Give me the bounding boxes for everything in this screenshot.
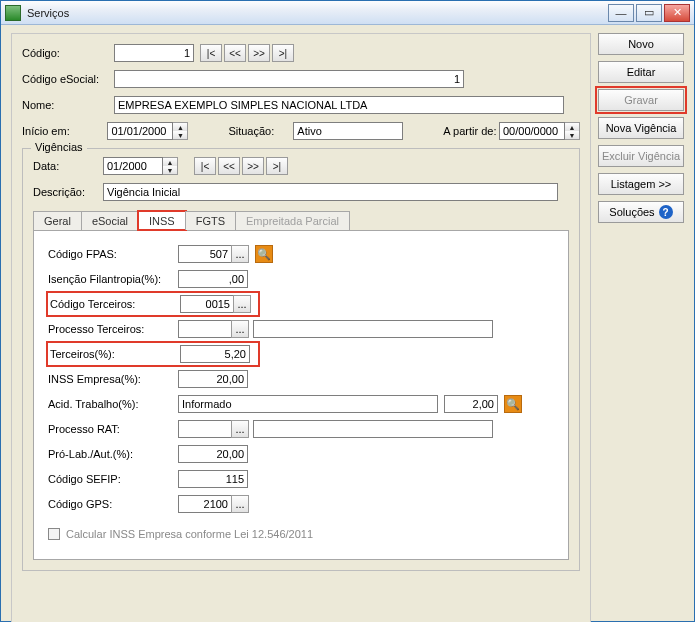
codigo-terceiros-lookup-button[interactable]: ... <box>233 295 251 313</box>
codigo-fpas-input[interactable] <box>178 245 232 263</box>
terceiros-pct-label: Terceiros(%): <box>50 348 180 360</box>
acid-trabalho-row: Acid. Trabalho(%): 🔍 <box>48 393 554 415</box>
spin-down-icon: ▼ <box>173 131 187 139</box>
prolab-label: Pró-Lab./Aut.(%): <box>48 448 178 460</box>
inss-empresa-label: INSS Empresa(%): <box>48 373 178 385</box>
processo-rat-row: Processo RAT: ... <box>48 418 554 440</box>
codigo-terceiros-input[interactable] <box>180 295 234 313</box>
prolab-input[interactable] <box>178 445 248 463</box>
processo-rat-lookup-button[interactable]: ... <box>231 420 249 438</box>
vigencia-data-label: Data: <box>33 160 103 172</box>
gps-input[interactable] <box>178 495 232 513</box>
spin-up-icon: ▲ <box>163 158 177 166</box>
processo-rat-label: Processo RAT: <box>48 423 178 435</box>
spin-down-icon: ▼ <box>163 166 177 174</box>
situacao-label: Situação: <box>228 125 293 137</box>
gravar-button[interactable]: Gravar <box>598 89 684 111</box>
inss-empresa-row: INSS Empresa(%): <box>48 368 554 390</box>
vigencia-data-input[interactable] <box>103 157 163 175</box>
nome-input[interactable] <box>114 96 564 114</box>
calc-inss-checkbox[interactable] <box>48 528 60 540</box>
processo-terceiros-desc-input[interactable] <box>253 320 493 338</box>
nav-last-button[interactable]: >| <box>266 157 288 175</box>
isencao-input[interactable] <box>178 270 248 288</box>
maximize-button[interactable]: ▭ <box>636 4 662 22</box>
vigencia-data-row: Data: ▲▼ |< << >> >| <box>33 155 569 177</box>
nav-first-button[interactable]: |< <box>194 157 216 175</box>
tab-fgts[interactable]: FGTS <box>185 211 236 230</box>
processo-terceiros-row: Processo Terceiros: ... <box>48 318 554 340</box>
sefip-row: Código SEFIP: <box>48 468 554 490</box>
window-title: Serviços <box>27 7 69 19</box>
spin-up-icon: ▲ <box>173 123 187 131</box>
processo-rat-desc-input[interactable] <box>253 420 493 438</box>
inicio-input[interactable] <box>107 122 173 140</box>
sefip-input[interactable] <box>178 470 248 488</box>
calc-inss-label: Calcular INSS Empresa conforme Lei 12.54… <box>66 528 313 540</box>
nav-first-button[interactable]: |< <box>200 44 222 62</box>
acid-trabalho-value-input[interactable] <box>444 395 498 413</box>
codigo-input[interactable] <box>114 44 194 62</box>
codigo-fpas-row: Código FPAS: ... 🔍 <box>48 243 554 265</box>
vigencia-descricao-row: Descrição: <box>33 181 569 203</box>
app-icon <box>5 5 21 21</box>
nome-row: Nome: <box>22 94 580 116</box>
nova-vigencia-button[interactable]: Nova Vigência <box>598 117 684 139</box>
help-icon: ? <box>659 205 673 219</box>
situacao-input[interactable] <box>293 122 403 140</box>
window-buttons: — ▭ ✕ <box>608 4 690 22</box>
processo-terceiros-lookup-button[interactable]: ... <box>231 320 249 338</box>
codigo-fpas-label: Código FPAS: <box>48 248 178 260</box>
novo-button[interactable]: Novo <box>598 33 684 55</box>
gps-row: Código GPS: ... <box>48 493 554 515</box>
inicio-spin[interactable]: ▲▼ <box>173 122 188 140</box>
spin-down-icon: ▼ <box>565 131 579 139</box>
vigencias-legend: Vigências <box>31 141 87 153</box>
codigo-fpas-lookup-button[interactable]: ... <box>231 245 249 263</box>
vigencia-descricao-input[interactable] <box>103 183 558 201</box>
codigo-esocial-row: Código eSocial: <box>22 68 580 90</box>
processo-terceiros-code-input[interactable] <box>178 320 232 338</box>
nav-last-button[interactable]: >| <box>272 44 294 62</box>
gps-lookup-button[interactable]: ... <box>231 495 249 513</box>
inss-panel: Código FPAS: ... 🔍 Isenção Filantropia(%… <box>33 230 569 560</box>
nav-prev-button[interactable]: << <box>224 44 246 62</box>
nav-next-button[interactable]: >> <box>242 157 264 175</box>
solucoes-button[interactable]: Soluções ? <box>598 201 684 223</box>
processo-rat-code-input[interactable] <box>178 420 232 438</box>
minimize-button[interactable]: — <box>608 4 634 22</box>
vigencia-descricao-label: Descrição: <box>33 186 103 198</box>
processo-terceiros-label: Processo Terceiros: <box>48 323 178 335</box>
tab-inss[interactable]: INSS <box>138 211 186 230</box>
acid-trabalho-select[interactable] <box>178 395 438 413</box>
codigo-fpas-doc-button[interactable]: 🔍 <box>255 245 273 263</box>
inicio-row: Início em: ▲▼ Situação: A partir de: ▲▼ <box>22 120 580 142</box>
tab-empreitada[interactable]: Empreitada Parcial <box>235 211 350 230</box>
apartir-input[interactable] <box>499 122 565 140</box>
codigo-terceiros-label: Código Terceiros: <box>50 298 180 310</box>
acid-trabalho-doc-button[interactable]: 🔍 <box>504 395 522 413</box>
nav-next-button[interactable]: >> <box>248 44 270 62</box>
sefip-label: Código SEFIP: <box>48 473 178 485</box>
apartir-spin[interactable]: ▲▼ <box>565 122 580 140</box>
editar-button[interactable]: Editar <box>598 61 684 83</box>
listagem-button[interactable]: Listagem >> <box>598 173 684 195</box>
vigencia-data-spin[interactable]: ▲▼ <box>163 157 178 175</box>
acid-trabalho-label: Acid. Trabalho(%): <box>48 398 178 410</box>
tab-esocial[interactable]: eSocial <box>81 211 139 230</box>
tab-geral[interactable]: Geral <box>33 211 82 230</box>
excluir-vigencia-button[interactable]: Excluir Vigência <box>598 145 684 167</box>
nome-label: Nome: <box>22 99 114 111</box>
codigo-esocial-input[interactable] <box>114 70 464 88</box>
codigo-nav: |< << >> >| <box>200 44 294 62</box>
vigencias-group: Vigências Data: ▲▼ |< << >> >| Descrição… <box>22 148 580 571</box>
nav-prev-button[interactable]: << <box>218 157 240 175</box>
inicio-label: Início em: <box>22 125 107 137</box>
codigo-terceiros-row: Código Terceiros: ... <box>48 293 258 315</box>
calc-inss-row: Calcular INSS Empresa conforme Lei 12.54… <box>48 523 554 545</box>
isencao-label: Isenção Filantropia(%): <box>48 273 178 285</box>
terceiros-pct-input[interactable] <box>180 345 250 363</box>
search-icon: 🔍 <box>506 398 520 411</box>
inss-empresa-input[interactable] <box>178 370 248 388</box>
close-button[interactable]: ✕ <box>664 4 690 22</box>
